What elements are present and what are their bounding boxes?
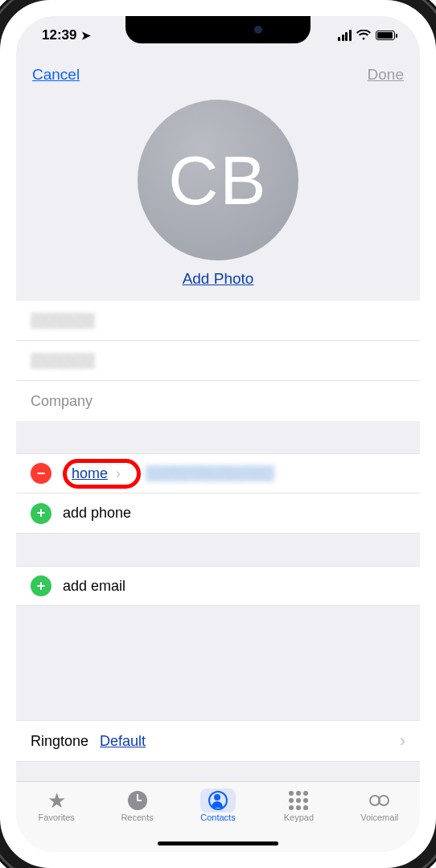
add-email-row[interactable]: + add email [16, 566, 420, 606]
section-gap [16, 606, 420, 720]
ringtone-row[interactable]: Ringtone Default › [16, 720, 420, 762]
tab-label: Recents [121, 813, 153, 822]
done-button[interactable]: Done [368, 66, 404, 84]
home-indicator [158, 841, 278, 845]
tab-label: Contacts [200, 813, 235, 822]
section-gap [16, 534, 420, 566]
tab-voicemail[interactable]: Voicemail [348, 788, 412, 822]
battery-icon [376, 31, 398, 40]
location-icon: ➤ [81, 29, 91, 42]
last-name-field[interactable] [16, 341, 420, 381]
add-phone-button[interactable]: + [31, 503, 51, 524]
add-email-button[interactable]: + [31, 575, 51, 596]
ringtone-label: Ringtone [31, 733, 88, 750]
cellular-icon [338, 30, 352, 41]
first-name-field[interactable] [16, 301, 420, 341]
tab-keypad[interactable]: Keypad [266, 788, 331, 822]
keypad-icon [289, 788, 308, 813]
tab-recents[interactable]: Recents [105, 788, 170, 822]
add-email-label: add email [63, 578, 125, 595]
redacted-phone-number [146, 465, 274, 481]
tab-label: Favorites [39, 813, 75, 822]
phone-entry-row[interactable]: − home › [16, 453, 420, 493]
status-time: 12:39 [42, 27, 76, 43]
phone-label-button[interactable]: home [72, 465, 108, 482]
avatar-initials: CB [168, 141, 267, 220]
nav-bar: Cancel Done [16, 55, 420, 95]
cancel-button[interactable]: Cancel [32, 66, 80, 84]
remove-phone-button[interactable]: − [31, 463, 51, 484]
annotation-highlight: home › [63, 459, 141, 489]
contact-icon [200, 788, 236, 813]
avatar-circle[interactable]: CB [138, 100, 298, 260]
section-gap [16, 421, 420, 453]
chevron-right-icon: › [400, 731, 405, 751]
company-placeholder: Company [31, 393, 93, 410]
tab-favorites[interactable]: ★ Favorites [24, 788, 88, 822]
name-fields: Company [16, 301, 420, 421]
ringtone-value: Default [100, 733, 146, 750]
redacted-text [31, 353, 95, 369]
tab-label: Keypad [284, 813, 314, 822]
star-icon: ★ [47, 788, 66, 813]
chevron-right-icon: › [116, 465, 121, 482]
iphone-frame: 12:39 ➤ Cancel Done CB Add Photo [0, 0, 436, 868]
section-gap [16, 762, 420, 781]
clock-icon [128, 788, 147, 813]
status-left: 12:39 ➤ [42, 27, 91, 43]
add-phone-label: add phone [63, 505, 131, 522]
status-right [338, 30, 397, 41]
tab-label: Voicemail [360, 813, 398, 822]
add-phone-row[interactable]: + add phone [16, 493, 420, 534]
add-photo-button[interactable]: Add Photo [183, 270, 254, 288]
company-field[interactable]: Company [16, 381, 420, 421]
wifi-icon [356, 30, 371, 41]
screen: 12:39 ➤ Cancel Done CB Add Photo [16, 16, 420, 852]
tab-contacts[interactable]: Contacts [186, 788, 250, 822]
redacted-text [31, 313, 95, 329]
avatar-section: CB Add Photo [16, 95, 420, 301]
voicemail-icon [369, 788, 389, 813]
notch [125, 16, 311, 43]
content: CB Add Photo Company − home [16, 95, 420, 781]
